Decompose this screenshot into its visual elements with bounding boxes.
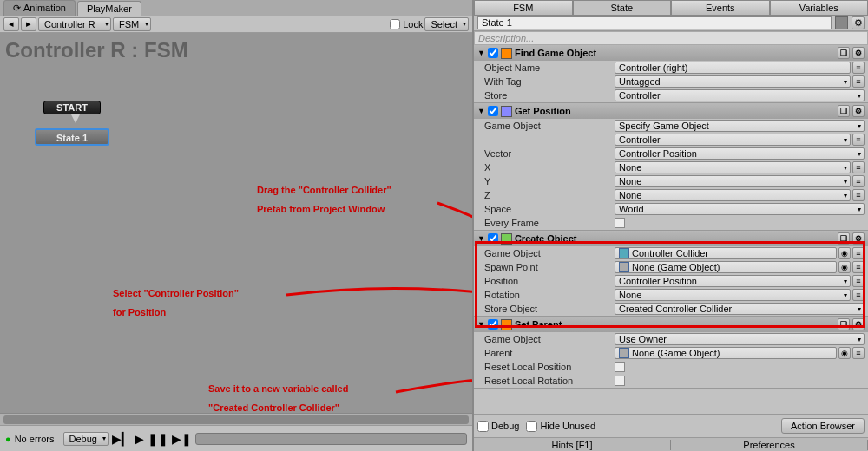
var-toggle-button[interactable]: ≡ (852, 134, 865, 146)
start-node[interactable]: START (43, 101, 101, 114)
action-enable-checkbox[interactable] (488, 233, 498, 244)
disclosure-icon[interactable]: ▼ (477, 49, 485, 57)
help-button[interactable]: ❏ (838, 47, 850, 59)
prop-label: With Tag (477, 76, 615, 87)
prop-label: Game Object (477, 334, 615, 344)
gameobject-icon (619, 262, 629, 272)
var-toggle-button[interactable]: ≡ (852, 247, 865, 259)
var-toggle-button[interactable]: ≡ (852, 161, 865, 173)
canvas-scrollbar[interactable] (0, 413, 472, 425)
transition-arrow-icon (71, 114, 80, 123)
state-color-chip[interactable] (835, 16, 848, 29)
play-step-back-icon[interactable]: ▶▎ (112, 432, 131, 446)
action-gear-button[interactable]: ⚙ (852, 105, 865, 117)
annotation-save: Save it to a new variable called "Create… (208, 379, 348, 413)
disclosure-icon[interactable]: ▼ (477, 234, 485, 243)
var-toggle-button[interactable]: ≡ (852, 289, 865, 301)
tab-variables[interactable]: Variables (770, 0, 869, 16)
select-dropdown[interactable]: Select (424, 17, 469, 31)
prop-label: Reset Local Position (477, 362, 615, 372)
state-description-input[interactable]: Description... (474, 31, 868, 45)
with-tag-dropdown[interactable]: Untagged (615, 75, 851, 88)
tab-state[interactable]: State (573, 0, 672, 16)
help-button[interactable]: ❏ (838, 318, 850, 330)
prop-label: Game Object (477, 121, 615, 131)
annotation-drag: Drag the "Controller Collider" Prefab fr… (257, 180, 391, 219)
state-gear-button[interactable]: ⚙ (852, 16, 865, 29)
y-dropdown[interactable]: None (615, 175, 851, 187)
debug-dropdown[interactable]: Debug (63, 432, 108, 446)
action-browser-button[interactable]: Action Browser (781, 418, 865, 434)
vector-dropdown[interactable]: Controller Position (615, 147, 865, 160)
game-object-dropdown[interactable]: Specify Game Object (615, 120, 865, 132)
picker-button[interactable]: ◉ (838, 261, 851, 273)
preferences-button[interactable]: Preferences (671, 440, 868, 450)
pause-icon[interactable]: ❚❚ (148, 432, 168, 446)
reset-rotation-checkbox[interactable] (615, 376, 625, 386)
disclosure-icon[interactable]: ▼ (477, 107, 485, 115)
picker-button[interactable]: ◉ (838, 247, 851, 259)
debug-label: Debug (491, 421, 519, 431)
lock-checkbox[interactable] (390, 19, 400, 29)
hint-bar: Hints [F1] Preferences (474, 437, 868, 451)
play-icon[interactable]: ▶ (135, 432, 144, 446)
action-enable-checkbox[interactable] (488, 48, 498, 58)
space-dropdown[interactable]: World (615, 203, 865, 215)
help-button[interactable]: ❏ (838, 232, 850, 245)
actions-list: ▼ Find Game Object ❏ ⚙ Object NameContro… (474, 45, 868, 414)
every-frame-checkbox[interactable] (615, 218, 625, 228)
store-object-dropdown[interactable]: Created Controller Collider (615, 303, 865, 315)
var-toggle-button[interactable]: ≡ (852, 275, 865, 287)
left-toolbar: ◂ ▸ Controller R FSM Lock Select (0, 16, 472, 33)
tab-events[interactable]: Events (671, 0, 770, 16)
hints-button[interactable]: Hints [F1] (474, 440, 671, 450)
debug-checkbox[interactable] (477, 421, 489, 432)
action-gear-button[interactable]: ⚙ (852, 47, 865, 59)
hide-unused-checkbox[interactable] (526, 421, 537, 432)
game-object-value-dropdown[interactable]: Controller (615, 134, 851, 146)
action-gear-button[interactable]: ⚙ (852, 232, 865, 245)
action-enable-checkbox[interactable] (488, 106, 498, 116)
create-game-object-field[interactable]: Controller Collider (615, 247, 837, 259)
var-toggle-button[interactable]: ≡ (852, 75, 865, 88)
tab-playmaker[interactable]: PlayMaker (77, 1, 141, 16)
parent-field[interactable]: None (Game Object) (615, 347, 837, 359)
position-dropdown[interactable]: Controller Position (615, 275, 851, 287)
state-name-input[interactable]: State 1 (477, 16, 832, 29)
rotation-dropdown[interactable]: None (615, 289, 851, 301)
graph-canvas[interactable]: Controller R : FSM START State 1 Drag th… (0, 33, 472, 413)
state-node[interactable]: State 1 (35, 128, 109, 146)
reset-position-checkbox[interactable] (615, 362, 625, 372)
disclosure-icon[interactable]: ▼ (477, 320, 485, 329)
action-icon (501, 233, 512, 245)
fsm-dropdown[interactable]: FSM (113, 17, 151, 31)
action-icon (501, 106, 512, 117)
tab-fsm[interactable]: FSM (474, 0, 573, 16)
z-dropdown[interactable]: None (615, 189, 851, 201)
step-icon[interactable]: ▶❚ (172, 432, 192, 446)
store-dropdown[interactable]: Controller (615, 89, 865, 101)
var-toggle-button[interactable]: ≡ (852, 261, 865, 273)
prop-label: Every Frame (477, 218, 615, 228)
tab-animation[interactable]: ⟳Animation (3, 0, 76, 16)
picker-button[interactable]: ◉ (838, 347, 851, 359)
nav-fwd-button[interactable]: ▸ (21, 17, 36, 31)
object-name-field[interactable]: Controller (right) (615, 62, 851, 74)
action-enable-checkbox[interactable] (488, 319, 498, 330)
spawn-point-field[interactable]: None (Game Object) (615, 261, 837, 273)
prefab-icon (619, 248, 629, 258)
gameobject-icon (619, 348, 629, 358)
nav-back-button[interactable]: ◂ (3, 17, 19, 31)
timeline-scrollbar[interactable] (195, 433, 467, 445)
action-find-game-object: ▼ Find Game Object ❏ ⚙ Object NameContro… (474, 45, 868, 103)
help-button[interactable]: ❏ (838, 105, 850, 117)
action-get-position: ▼ Get Position ❏ ⚙ Game ObjectSpecify Ga… (474, 103, 868, 231)
var-toggle-button[interactable]: ≡ (852, 189, 865, 201)
parent-game-object-dropdown[interactable]: Use Owner (615, 333, 865, 345)
action-gear-button[interactable]: ⚙ (852, 318, 865, 330)
var-toggle-button[interactable]: ≡ (852, 62, 865, 74)
x-dropdown[interactable]: None (615, 161, 851, 173)
var-toggle-button[interactable]: ≡ (852, 347, 865, 359)
controller-dropdown[interactable]: Controller R (38, 17, 111, 31)
var-toggle-button[interactable]: ≡ (852, 175, 865, 187)
